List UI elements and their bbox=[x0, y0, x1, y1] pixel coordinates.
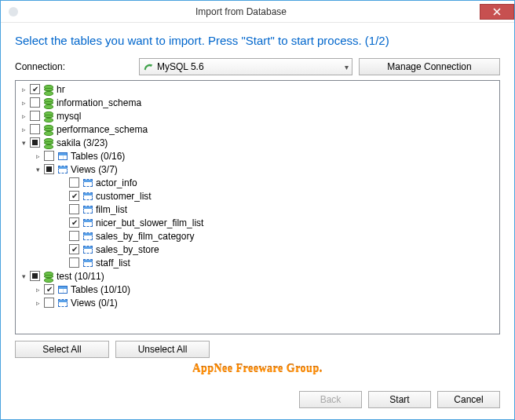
connection-row: Connection: MySQL 5.6 ▾ Manage Connectio… bbox=[15, 58, 500, 75]
tree-checkbox[interactable] bbox=[30, 271, 40, 281]
tree-checkbox[interactable] bbox=[69, 204, 79, 214]
select-all-label: Select All bbox=[42, 344, 81, 355]
tree-item-label: film_list bbox=[96, 204, 127, 215]
unselect-all-button[interactable]: Unselect All bbox=[115, 341, 210, 358]
tree-checkbox[interactable] bbox=[30, 84, 40, 94]
start-button[interactable]: Start bbox=[368, 391, 431, 408]
tree-expander[interactable]: ▹ bbox=[33, 298, 42, 308]
tree-row[interactable]: ▾test (10/11) bbox=[16, 269, 499, 283]
tree-row[interactable]: ▹sales_by_store bbox=[16, 243, 499, 256]
tree-item-hr: ▹hr bbox=[16, 82, 499, 96]
tree-row[interactable]: ▹nicer_but_slower_film_list bbox=[16, 216, 499, 229]
tree-item-label: hr bbox=[57, 84, 65, 95]
tree-item-label: Views (0/1) bbox=[71, 298, 118, 309]
tree-item-label: staff_list bbox=[96, 257, 130, 268]
tree-checkbox[interactable] bbox=[44, 151, 54, 161]
view-icon bbox=[82, 217, 93, 228]
tree-item-label: Tables (10/10) bbox=[71, 284, 130, 295]
tree-checkbox[interactable] bbox=[30, 124, 40, 134]
tree-checkbox[interactable] bbox=[69, 244, 79, 254]
tree-item-label: Tables (0/16) bbox=[71, 151, 125, 162]
start-label: Start bbox=[389, 394, 409, 405]
database-icon bbox=[43, 137, 54, 148]
tree-row[interactable]: ▹Views (0/1) bbox=[16, 296, 499, 309]
window-title: Import from Database bbox=[2, 6, 480, 17]
connection-selected: MySQL 5.6 bbox=[157, 61, 204, 72]
cancel-label: Cancel bbox=[454, 394, 483, 405]
tree-item-label: sakila (3/23) bbox=[57, 137, 108, 148]
tree-expander[interactable]: ▾ bbox=[19, 272, 28, 281]
dialog-window: Import from Database Select the tables y… bbox=[0, 0, 515, 420]
close-button[interactable] bbox=[480, 4, 514, 20]
tree-item-test_tables: ▹Tables (10/10) bbox=[16, 283, 499, 296]
tree-item-sales_by_film_category: ▹sales_by_film_category bbox=[16, 229, 499, 243]
tree-checkbox[interactable] bbox=[30, 111, 40, 121]
tree-expander[interactable]: ▹ bbox=[19, 111, 28, 121]
back-label: Back bbox=[320, 394, 342, 405]
tree-expander[interactable]: ▹ bbox=[19, 125, 28, 134]
tree-item-customer_list: ▹customer_list bbox=[16, 189, 499, 203]
tree-row[interactable]: ▾Views (3/7) bbox=[16, 163, 499, 176]
tree-expander[interactable]: ▹ bbox=[33, 285, 42, 294]
chevron-down-icon: ▾ bbox=[345, 63, 349, 71]
tree-checkbox[interactable] bbox=[69, 217, 79, 228]
back-button[interactable]: Back bbox=[299, 391, 362, 408]
tree-checkbox[interactable] bbox=[30, 97, 40, 108]
connection-label: Connection: bbox=[15, 61, 133, 72]
view-icon bbox=[82, 204, 93, 215]
tree-expander[interactable]: ▾ bbox=[33, 165, 42, 174]
dialog-footer: Back Start Cancel bbox=[1, 383, 514, 419]
select-all-button[interactable]: Select All bbox=[15, 341, 109, 358]
tree-row[interactable]: ▹information_schema bbox=[16, 96, 499, 109]
database-icon bbox=[43, 271, 54, 282]
tree-row[interactable]: ▹performance_schema bbox=[16, 122, 499, 136]
tree-row[interactable]: ▹Tables (0/16) bbox=[16, 149, 499, 163]
manage-connection-button[interactable]: Manage Connection bbox=[359, 58, 500, 75]
tree-row[interactable]: ▹customer_list bbox=[16, 189, 499, 203]
tree-expander[interactable]: ▾ bbox=[19, 138, 28, 148]
connection-dropdown[interactable]: MySQL 5.6 ▾ bbox=[139, 58, 352, 75]
tree-row[interactable]: ▹mysql bbox=[16, 109, 499, 122]
tree-item-sakila_views: ▾Views (3/7) bbox=[16, 163, 499, 176]
tree-row[interactable]: ▹film_list bbox=[16, 203, 499, 216]
tree-item-test: ▾test (10/11) bbox=[16, 269, 499, 283]
tree-row[interactable]: ▹actor_info bbox=[16, 176, 499, 189]
tree-row[interactable]: ▹Tables (10/10) bbox=[16, 283, 499, 296]
tree-item-sales_by_store: ▹sales_by_store bbox=[16, 243, 499, 256]
tree-item-label: information_schema bbox=[57, 97, 141, 108]
database-icon bbox=[43, 84, 54, 95]
tree-expander[interactable]: ▹ bbox=[33, 152, 42, 161]
view-icon bbox=[82, 244, 93, 255]
tree-row[interactable]: ▹hr bbox=[16, 82, 499, 96]
tree-checkbox[interactable] bbox=[69, 257, 79, 268]
tree-panel[interactable]: ▹hr▹information_schema▹mysql▹performance… bbox=[15, 80, 500, 334]
tree-item-mysql: ▹mysql bbox=[16, 109, 499, 122]
tree-expander[interactable]: ▹ bbox=[19, 85, 28, 94]
tree-item-label: actor_info bbox=[96, 177, 137, 188]
tree-checkbox[interactable] bbox=[44, 164, 54, 174]
selection-buttons: Select All Unselect All bbox=[15, 341, 500, 358]
tree-row[interactable]: ▾sakila (3/23) bbox=[16, 136, 499, 149]
view-icon bbox=[82, 191, 93, 202]
tree-checkbox[interactable] bbox=[69, 191, 79, 201]
table-icon bbox=[57, 284, 68, 295]
tree-checkbox[interactable] bbox=[69, 177, 79, 188]
manage-connection-label: Manage Connection bbox=[387, 61, 471, 72]
view-icon bbox=[82, 177, 93, 188]
tree-checkbox[interactable] bbox=[44, 298, 54, 308]
tree-row[interactable]: ▹sales_by_film_category bbox=[16, 229, 499, 243]
tree-item-label: nicer_but_slower_film_list bbox=[96, 217, 203, 228]
dialog-body: Select the tables you want to import. Pr… bbox=[1, 23, 514, 383]
unselect-all-label: Unselect All bbox=[138, 344, 188, 355]
tree-row[interactable]: ▹staff_list bbox=[16, 256, 499, 269]
tree-expander[interactable]: ▹ bbox=[19, 98, 28, 108]
cancel-button[interactable]: Cancel bbox=[437, 391, 500, 408]
app-icon bbox=[7, 5, 20, 18]
instruction-text: Select the tables you want to import. Pr… bbox=[15, 34, 500, 47]
tree-checkbox[interactable] bbox=[30, 137, 40, 148]
tree-item-performance_schema: ▹performance_schema bbox=[16, 122, 499, 136]
tree-checkbox[interactable] bbox=[44, 284, 54, 294]
tree-item-label: Views (3/7) bbox=[71, 164, 118, 175]
svg-point-0 bbox=[9, 7, 18, 16]
tree-checkbox[interactable] bbox=[69, 231, 79, 241]
